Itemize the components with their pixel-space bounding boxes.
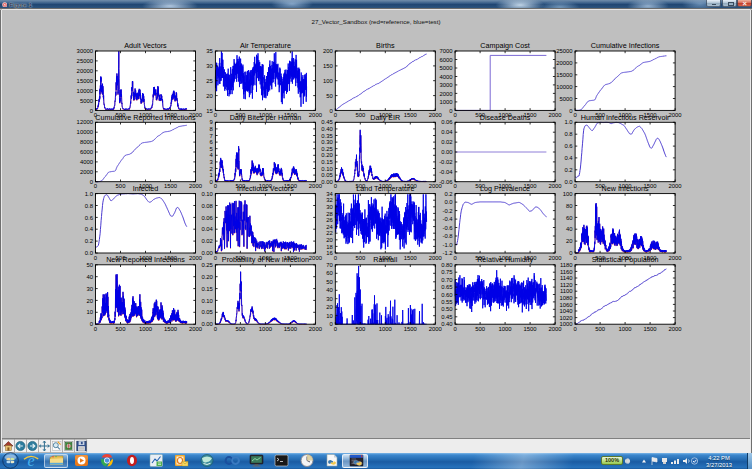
svg-text:50: 50 [326, 93, 333, 99]
svg-text:0: 0 [334, 112, 338, 118]
svg-text:0: 0 [573, 255, 577, 261]
svg-text:0: 0 [94, 255, 98, 261]
svg-text:0.04: 0.04 [441, 129, 453, 135]
svg-text:0: 0 [573, 183, 577, 189]
svg-text:10000: 10000 [77, 88, 94, 94]
svg-text:-0.4: -0.4 [442, 216, 453, 222]
svg-text:40: 40 [86, 274, 93, 280]
svg-text:1500: 1500 [644, 326, 658, 332]
svg-text:1: 1 [210, 172, 213, 178]
svg-text:Daily EIR: Daily EIR [370, 113, 400, 122]
svg-text:0: 0 [453, 112, 457, 118]
svg-text:0.15: 0.15 [201, 286, 213, 292]
svg-text:0.6: 0.6 [564, 143, 573, 149]
svg-text:-0.2: -0.2 [442, 208, 452, 214]
svg-text:16: 16 [326, 250, 333, 256]
svg-text:Rainfall: Rainfall [373, 255, 397, 264]
svg-text:e: e [27, 452, 34, 469]
svg-text:3000: 3000 [439, 82, 453, 88]
svg-text:30000: 30000 [77, 48, 94, 54]
svg-text:6: 6 [210, 139, 214, 145]
svg-text:2000: 2000 [669, 255, 683, 261]
svg-text:Relative Humidity: Relative Humidity [477, 255, 533, 264]
svg-text:Land Temperature: Land Temperature [356, 184, 414, 193]
svg-text:500: 500 [355, 112, 366, 118]
svg-text:3: 3 [210, 159, 214, 165]
svg-text:0.04: 0.04 [201, 226, 213, 232]
svg-text:20: 20 [86, 298, 93, 304]
svg-text:0: 0 [334, 255, 338, 261]
svg-text:15000: 15000 [77, 78, 94, 84]
svg-text:5000: 5000 [80, 98, 94, 104]
svg-text:100: 100 [323, 78, 334, 84]
svg-text:80: 80 [566, 203, 573, 209]
svg-text:25: 25 [206, 78, 213, 84]
svg-text:28: 28 [326, 211, 333, 217]
svg-text:20000: 20000 [77, 68, 94, 74]
svg-text:-0.6: -0.6 [442, 225, 453, 231]
svg-text:1000: 1000 [619, 326, 633, 332]
svg-text:1080: 1080 [559, 295, 573, 301]
svg-text:30: 30 [326, 296, 333, 302]
svg-text:0.02: 0.02 [201, 238, 212, 244]
svg-text:0: 0 [214, 326, 218, 332]
svg-text:24: 24 [326, 224, 333, 230]
svg-text:Cumulative Reported Infections: Cumulative Reported Infections [95, 113, 196, 122]
svg-text:0.20: 0.20 [321, 152, 333, 158]
svg-text:1500: 1500 [164, 326, 178, 332]
svg-text:32: 32 [326, 197, 333, 203]
svg-text:500: 500 [595, 326, 606, 332]
svg-text:50: 50 [326, 279, 333, 285]
svg-text:15: 15 [206, 108, 213, 114]
svg-text:0.75: 0.75 [441, 269, 453, 275]
svg-text:0.4: 0.4 [85, 226, 94, 232]
svg-text:2000: 2000 [309, 326, 323, 332]
svg-text:1500: 1500 [404, 326, 418, 332]
svg-text:0: 0 [94, 183, 98, 189]
svg-text:2000: 2000 [429, 255, 443, 261]
svg-text:0.00: 0.00 [201, 250, 213, 256]
svg-text:1500: 1500 [524, 326, 538, 332]
svg-text:25000: 25000 [556, 48, 573, 54]
svg-text:Human Infectious Reservoir: Human Infectious Reservoir [581, 113, 670, 122]
svg-text:50: 50 [86, 262, 93, 268]
svg-text:10: 10 [86, 309, 93, 315]
svg-text:500: 500 [355, 255, 366, 261]
svg-text:1160: 1160 [560, 269, 573, 275]
svg-text:0.2: 0.2 [564, 167, 572, 173]
svg-text:1100: 1100 [560, 288, 573, 294]
svg-text:100: 100 [563, 191, 574, 197]
svg-text:0.08: 0.08 [201, 203, 213, 209]
svg-text:1.0: 1.0 [85, 191, 94, 197]
svg-text:26: 26 [326, 217, 333, 223]
svg-text:1500: 1500 [164, 183, 178, 189]
svg-text:Air Temperature: Air Temperature [240, 41, 291, 50]
svg-text:1000: 1000 [259, 326, 273, 332]
svg-text:0.8: 0.8 [564, 131, 573, 137]
svg-text:18: 18 [326, 244, 333, 250]
svg-text:-1.0: -1.0 [442, 242, 453, 248]
svg-text:0.02: 0.02 [441, 139, 452, 145]
svg-text:1000: 1000 [139, 326, 153, 332]
svg-text:-1.2: -1.2 [442, 250, 452, 256]
svg-text:500: 500 [235, 326, 246, 332]
svg-text:8: 8 [210, 126, 214, 132]
svg-text:-0.04: -0.04 [439, 169, 453, 175]
svg-text:1500: 1500 [284, 326, 298, 332]
svg-text:34: 34 [326, 191, 333, 197]
svg-text:8000: 8000 [80, 139, 94, 145]
svg-text:6000: 6000 [80, 149, 94, 155]
svg-text:1500: 1500 [404, 255, 418, 261]
svg-text:0: 0 [94, 326, 98, 332]
svg-text:7: 7 [210, 133, 213, 139]
svg-text:10000: 10000 [77, 129, 94, 135]
svg-text:4: 4 [210, 152, 214, 158]
svg-text:2000: 2000 [669, 112, 683, 118]
svg-text:0.20: 0.20 [201, 274, 213, 280]
svg-text:4000: 4000 [439, 74, 453, 80]
svg-text:0.40: 0.40 [321, 126, 333, 132]
svg-text:60: 60 [566, 215, 573, 221]
svg-text:30: 30 [206, 63, 213, 69]
svg-text:5000: 5000 [439, 65, 453, 71]
svg-text:0.70: 0.70 [441, 277, 453, 283]
